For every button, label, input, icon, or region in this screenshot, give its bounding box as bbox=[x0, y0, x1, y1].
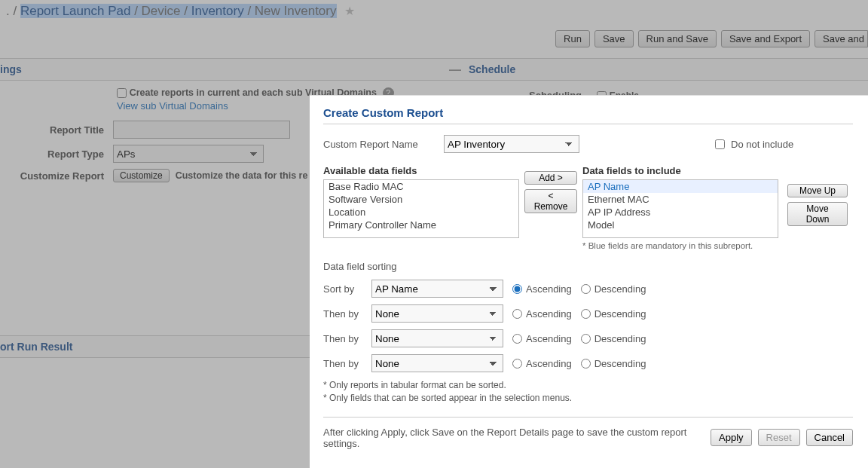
list-item[interactable]: Primary Controller Name bbox=[324, 219, 518, 231]
custom-report-name-label: Custom Report Name bbox=[323, 139, 444, 150]
then-by-3-label: Then by bbox=[323, 358, 365, 369]
sort4-asc-radio[interactable] bbox=[512, 359, 522, 369]
apply-button[interactable]: Apply bbox=[711, 429, 752, 446]
sort1-desc-radio[interactable] bbox=[581, 284, 591, 294]
then-by-3-select[interactable]: None bbox=[371, 354, 503, 372]
available-fields-listbox[interactable]: Base Radio MAC Software Version Location… bbox=[323, 179, 519, 238]
move-up-button[interactable]: Move Up bbox=[787, 184, 848, 197]
create-custom-report-modal: Create Custom Report Custom Report Name … bbox=[310, 95, 868, 468]
list-item[interactable]: Base Radio MAC bbox=[324, 180, 518, 193]
data-field-sorting-label: Data field sorting bbox=[323, 261, 853, 272]
tabular-only-note: * Only reports in tabular format can be … bbox=[323, 379, 853, 392]
then-by-2-label: Then by bbox=[323, 333, 365, 344]
mandatory-fields-note: * Blue fields are mandatory in this subr… bbox=[582, 241, 778, 250]
sort2-asc-radio[interactable] bbox=[512, 309, 522, 319]
sort1-asc-radio[interactable] bbox=[512, 284, 522, 294]
list-item[interactable]: AP IP Address bbox=[583, 206, 778, 219]
included-fields-listbox[interactable]: AP Name Ethernet MAC AP IP Address Model bbox=[582, 179, 778, 238]
sort4-desc-radio[interactable] bbox=[581, 359, 591, 369]
cancel-button[interactable]: Cancel bbox=[806, 429, 853, 446]
then-by-1-select[interactable]: None bbox=[371, 304, 503, 323]
reset-button[interactable]: Reset bbox=[758, 429, 800, 446]
do-not-include-label: Do not include bbox=[731, 139, 793, 150]
list-item[interactable]: Model bbox=[583, 219, 778, 231]
move-down-button[interactable]: Move Down bbox=[787, 202, 848, 226]
custom-report-name-select[interactable]: AP Inventory bbox=[444, 135, 579, 153]
list-item[interactable]: AP Name bbox=[583, 180, 778, 193]
sort2-desc-radio[interactable] bbox=[581, 309, 591, 319]
footer-message: After clicking Apply, click Save on the … bbox=[323, 427, 711, 449]
sort-by-label: Sort by bbox=[323, 283, 365, 295]
then-by-2-select[interactable]: None bbox=[371, 329, 503, 347]
included-fields-label: Data fields to include bbox=[582, 165, 778, 176]
list-item[interactable]: Location bbox=[324, 206, 518, 219]
then-by-1-label: Then by bbox=[323, 308, 365, 320]
sortable-fields-note: * Only fields that can be sorted appear … bbox=[323, 392, 853, 405]
sort-by-select[interactable]: AP Name bbox=[371, 280, 503, 298]
add-field-button[interactable]: Add > bbox=[524, 171, 577, 185]
remove-field-button[interactable]: < Remove bbox=[524, 189, 577, 213]
list-item[interactable]: Ethernet MAC bbox=[583, 193, 778, 206]
sort3-desc-radio[interactable] bbox=[581, 334, 591, 344]
do-not-include-checkbox[interactable] bbox=[715, 139, 725, 149]
list-item[interactable]: Software Version bbox=[324, 193, 518, 206]
modal-title: Create Custom Report bbox=[323, 106, 853, 124]
available-fields-label: Available data fields bbox=[323, 165, 519, 176]
sort3-asc-radio[interactable] bbox=[512, 334, 522, 344]
